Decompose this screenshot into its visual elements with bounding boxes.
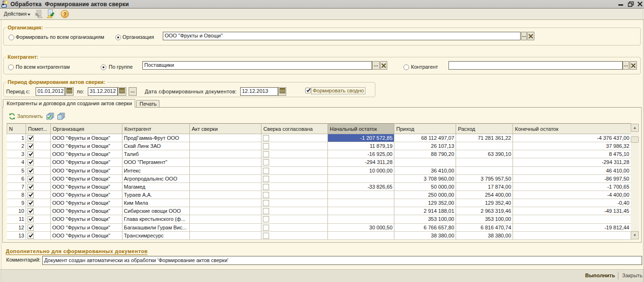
svg-text:?: ?	[63, 11, 66, 17]
